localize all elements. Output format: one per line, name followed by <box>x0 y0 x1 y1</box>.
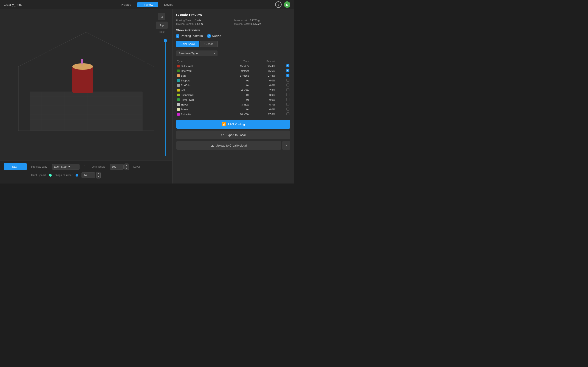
percent-cell-3: 0.0% <box>250 78 276 83</box>
printing-time-value: 1h2m9s <box>192 19 201 22</box>
type-cell-1: Inner Wall <box>176 68 223 73</box>
color-show-button[interactable]: Color Show <box>176 41 199 47</box>
check-cell-7[interactable] <box>276 97 290 102</box>
table-row: Travel 3m32s 5.7% <box>176 102 290 107</box>
percent-cell-7: 0.0% <box>250 97 276 102</box>
tab-preview[interactable]: Preview <box>137 2 158 7</box>
row-checkbox-2[interactable] <box>286 74 289 77</box>
svg-line-1 <box>86 32 154 67</box>
material-cost-item: Material Cost: 0.335527 <box>234 23 291 25</box>
row-checkbox-6[interactable] <box>286 93 289 96</box>
col-time: Time <box>223 59 250 64</box>
steps-spin-down[interactable]: ▼ <box>96 175 100 178</box>
cloud-icon: ☁ <box>211 143 214 148</box>
time-cell-5: 4m56s <box>223 88 250 92</box>
nozzle-check[interactable]: Nozzle <box>208 34 221 38</box>
nav-tabs: Prepare Preview Device <box>116 2 178 7</box>
type-cell-6: SupportInfill <box>176 92 223 97</box>
color-swatch-2 <box>177 74 180 77</box>
color-swatch-8 <box>177 103 180 106</box>
type-cell-9: Zseam <box>176 107 223 112</box>
row-checkbox-5[interactable] <box>286 88 289 91</box>
top-view-button[interactable]: Top <box>156 22 168 29</box>
layer-spin-down[interactable]: ▼ <box>125 167 129 170</box>
app-title: Creality_Print <box>4 3 22 6</box>
layer-slider-track[interactable] <box>165 39 166 156</box>
type-name-7: PrimeTower <box>181 98 194 101</box>
user-avatar[interactable]: D <box>284 1 290 8</box>
preview-way-dropdown[interactable]: Each Step ▾ <box>52 164 79 169</box>
only-show-checkbox[interactable] <box>84 165 87 168</box>
print-speed-thumb[interactable] <box>49 174 52 177</box>
export-icon: ↩ <box>221 133 224 137</box>
printing-platform-checkbox[interactable] <box>176 34 179 38</box>
row-checkbox-4[interactable] <box>286 83 289 86</box>
check-cell-2[interactable] <box>276 73 290 78</box>
check-cell-4[interactable] <box>276 83 290 88</box>
percent-cell-4: 0.0% <box>250 83 276 88</box>
row-checkbox-9[interactable] <box>286 108 289 110</box>
steps-spin-up[interactable]: ▲ <box>96 172 100 175</box>
steps-thumb[interactable] <box>76 174 78 177</box>
viewport[interactable]: ⌂ Top Front <box>0 9 172 161</box>
row-checkbox-3[interactable] <box>286 79 289 82</box>
home-icon: ⌂ <box>161 15 163 19</box>
layer-slider-thumb[interactable] <box>164 39 167 42</box>
layer-spin-up[interactable]: ▲ <box>125 164 129 167</box>
row-checkbox-8[interactable] <box>286 103 289 106</box>
bottom-row-2: Print Speed Steps Number ▲ ▼ <box>4 172 169 178</box>
wifi-icon: 📶 <box>222 122 226 126</box>
percent-cell-9: 0.0% <box>250 107 276 112</box>
type-cell-2: Skin <box>176 73 223 78</box>
material-wt-value: 16.7763 g <box>248 19 259 22</box>
gcode-button[interactable]: G-code <box>200 41 218 47</box>
preview-way-label: Preview Way <box>31 165 47 168</box>
row-checkbox-0[interactable] <box>286 64 289 67</box>
export-btn-label: Export to Local <box>226 133 246 137</box>
material-length-label: Material Length: <box>176 23 194 25</box>
structure-type-dropdown[interactable]: Structure Type ▾ <box>176 50 217 56</box>
check-cell-8[interactable] <box>276 102 290 107</box>
bottom-row-1: Start Preview Way Each Step ▾ Only Show … <box>4 163 169 170</box>
color-swatch-3 <box>177 79 180 82</box>
time-cell-7: 0s <box>223 97 250 102</box>
home-button[interactable]: ⌂ <box>158 13 165 20</box>
nozzle-label: Nozzle <box>212 34 221 38</box>
upload-chevron-button[interactable]: ▾ <box>282 141 290 150</box>
tab-device[interactable]: Device <box>159 2 178 7</box>
topbar-right: ↓ D <box>275 1 290 8</box>
steps-value-group: ▲ ▼ <box>82 172 101 178</box>
only-show-check[interactable] <box>84 165 87 168</box>
check-cell-10[interactable] <box>276 112 290 117</box>
upload-to-cloud-button[interactable]: ☁ Upload to Crealitycloud <box>176 141 281 150</box>
printing-platform-check[interactable]: Printing Platform <box>176 34 203 38</box>
color-swatch-10 <box>177 113 180 116</box>
check-cell-6[interactable] <box>276 92 290 97</box>
table-row: Infill 4m56s 7.9% <box>176 88 290 92</box>
check-cell-5[interactable] <box>276 88 290 92</box>
preview-way-value: Each Step <box>54 165 67 168</box>
check-cell-9[interactable] <box>276 107 290 112</box>
download-button[interactable]: ↓ <box>275 1 282 8</box>
layer-slider-container <box>163 39 168 156</box>
tab-prepare[interactable]: Prepare <box>116 2 137 7</box>
check-cell-0[interactable] <box>276 64 290 68</box>
check-cell-1[interactable] <box>276 68 290 73</box>
row-checkbox-1[interactable] <box>286 69 289 72</box>
show-preview-row: Printing Platform Nozzle <box>176 34 290 38</box>
layer-input[interactable] <box>110 164 124 169</box>
check-cell-3[interactable] <box>276 78 290 83</box>
panel-title: G-code Preview <box>176 13 290 17</box>
type-cell-0: Outer Wall <box>176 64 223 68</box>
material-wt-label: Material Wt: <box>234 19 248 22</box>
top-view-label: Top <box>160 24 164 27</box>
export-to-local-button[interactable]: ↩ Export to Local <box>176 131 290 139</box>
nozzle-checkbox[interactable] <box>208 34 211 38</box>
lan-printing-button[interactable]: 📶 LAN Printing <box>176 120 290 129</box>
printing-platform-label: Printing Platform <box>181 34 203 38</box>
svg-rect-22 <box>72 67 93 93</box>
start-button[interactable]: Start <box>4 163 27 170</box>
row-checkbox-7[interactable] <box>286 98 289 101</box>
steps-input[interactable] <box>82 173 95 178</box>
row-checkbox-10[interactable] <box>286 112 289 115</box>
